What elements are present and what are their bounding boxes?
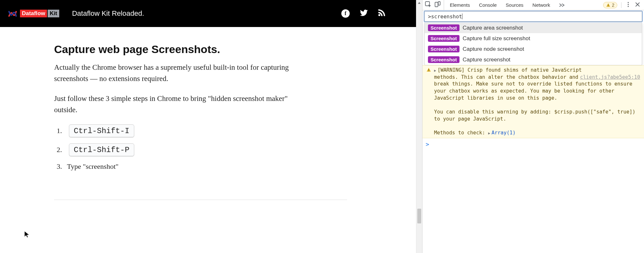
warning-head: Crisp found shims of native JavaScript (465, 67, 582, 73)
site-title[interactable]: Dataflow Kit Reloaded. (72, 9, 144, 18)
article-paragraph-1: Actually the Chrome browser has a suprem… (54, 62, 296, 84)
svg-rect-10 (428, 71, 429, 71)
devtools-close-icon[interactable] (634, 2, 641, 8)
svg-point-0 (378, 14, 380, 16)
warning-tag: [WARNING] (438, 67, 465, 73)
twitter-icon[interactable] (360, 10, 368, 17)
console-warning: ▶[WARNING] Crisp found shims of native J… (422, 65, 644, 138)
suggestion-label: Capture area screenshot (463, 25, 523, 31)
array-link[interactable]: Array(1) (492, 130, 516, 136)
suggestion-capture-area[interactable]: Screenshot Capture area screenshot (425, 23, 642, 33)
command-menu-text: >screenshot (428, 14, 462, 20)
article-heading: Capture web page Screenshots. (54, 43, 296, 56)
logo-word-dataflow: Dataflow (20, 10, 47, 17)
tab-elements[interactable]: Elements (445, 0, 475, 10)
devtools-panel: Elements Console Sources Network 2 >scre… (422, 0, 644, 253)
devtools-tabs: Elements Console Sources Network (445, 0, 570, 10)
svg-rect-3 (438, 2, 440, 5)
warning-detail-2: You can disable this warning by adding: … (434, 109, 640, 122)
devtools-left-icons (425, 0, 444, 10)
steps-list: Ctrl-Shift-I Ctrl-Shift-P Type "screensh… (54, 124, 296, 171)
command-suggestions: Screenshot Capture area screenshot Scree… (424, 23, 642, 65)
warning-triangle-icon (426, 67, 431, 137)
devtools-right-controls: 2 (603, 2, 641, 8)
suggestion-capture-full[interactable]: Screenshot Capture full size screenshot (425, 33, 642, 44)
text-caret (462, 14, 462, 19)
source-link[interactable]: client.js?abe5ee5:10 (580, 74, 640, 81)
toolbar-separator (621, 2, 621, 8)
command-menu-input[interactable]: >screenshot (424, 11, 642, 22)
scroll-up-arrow[interactable] (416, 0, 422, 6)
suggestion-label: Capture screenshot (463, 57, 510, 63)
step-2: Ctrl-Shift-P (64, 143, 296, 157)
social-links: f (341, 9, 408, 18)
facebook-icon[interactable]: f (341, 9, 350, 18)
kbd-shortcut-2: Ctrl-Shift-P (69, 143, 134, 157)
warning-methods: Methods to check: ▶Array(1) (434, 130, 640, 137)
suggestion-capture-node[interactable]: Screenshot Capture node screenshot (425, 44, 642, 54)
logo-text: Dataflow Kit (20, 10, 59, 17)
inspect-element-icon[interactable] (425, 1, 431, 9)
vertical-scrollbar[interactable] (416, 0, 422, 253)
suggestion-badge: Screenshot (428, 24, 459, 31)
divider (54, 200, 347, 200)
suggestion-badge: Screenshot (428, 46, 459, 52)
console-output: ▶[WARNING] Crisp found shims of native J… (422, 65, 644, 253)
suggestion-label: Capture node screenshot (463, 46, 524, 52)
svg-rect-2 (435, 2, 438, 7)
suggestion-capture-screenshot[interactable]: Screenshot Capture screenshot (425, 54, 642, 65)
console-prompt[interactable]: > (422, 138, 644, 150)
prompt-symbol: > (426, 141, 429, 148)
site-logo[interactable]: Dataflow Kit (8, 10, 59, 17)
scrollbar-thumb[interactable] (417, 209, 421, 223)
tab-console[interactable]: Console (475, 0, 501, 10)
svg-point-8 (628, 6, 629, 7)
step-1: Ctrl-Shift-I (64, 124, 296, 138)
suggestion-badge: Screenshot (428, 56, 459, 63)
devtools-toolbar: Elements Console Sources Network 2 (422, 0, 644, 10)
article-body: Capture web page Screenshots. Actually t… (0, 27, 296, 200)
suggestion-badge: Screenshot (428, 35, 459, 42)
svg-rect-4 (608, 5, 609, 6)
kbd-shortcut-1: Ctrl-Shift-I (69, 124, 134, 138)
tab-sources[interactable]: Sources (501, 0, 528, 10)
weave-icon (8, 10, 17, 17)
page-pane: Dataflow Kit Dataflow Kit Reloaded. f Ca… (0, 0, 416, 253)
expand-triangle-icon[interactable]: ▶ (434, 68, 438, 73)
step-3: Type "screenshot" (64, 162, 296, 171)
suggestion-label: Capture full size screenshot (463, 35, 530, 42)
device-toolbar-icon[interactable] (435, 1, 440, 9)
svg-point-6 (628, 2, 629, 3)
warnings-count-pill[interactable]: 2 (603, 2, 617, 8)
devtools-menu-icon[interactable] (625, 2, 631, 8)
svg-point-7 (628, 4, 629, 5)
article-paragraph-2: Just follow these 3 simple steps in Chro… (54, 93, 296, 115)
logo-word-kit: Kit (48, 10, 59, 17)
warnings-count: 2 (612, 3, 614, 8)
site-header: Dataflow Kit Dataflow Kit Reloaded. f (0, 0, 416, 27)
rss-icon[interactable] (378, 9, 385, 18)
svg-rect-5 (608, 6, 609, 6)
methods-label: Methods to check: (434, 130, 488, 136)
mouse-cursor-icon (24, 231, 30, 239)
tab-network[interactable]: Network (528, 0, 555, 10)
expand-triangle-icon[interactable]: ▶ (488, 131, 492, 135)
tab-more-icon[interactable] (555, 0, 570, 10)
svg-rect-9 (428, 69, 429, 70)
console-warning-message: ▶[WARNING] Crisp found shims of native J… (434, 67, 640, 137)
